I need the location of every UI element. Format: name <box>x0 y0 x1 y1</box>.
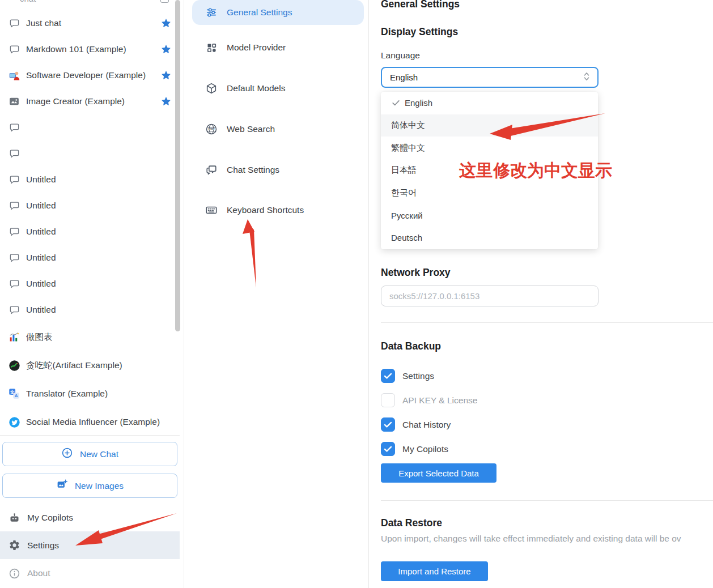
chat-list-item[interactable]: Markdown 101 (Example) <box>0 36 175 62</box>
chat-title: Social Media Influencer (Example) <box>26 417 172 427</box>
language-option-label: 한국어 <box>391 188 417 198</box>
checkbox[interactable] <box>381 442 395 456</box>
chat-list-item[interactable] <box>0 140 175 167</box>
chat-list-item[interactable] <box>0 114 175 140</box>
image-icon <box>8 95 20 108</box>
export-selected-data-button[interactable]: Export Selected Data <box>381 463 496 483</box>
settings-nav-item[interactable]: Keyboard Shortcuts <box>192 193 364 227</box>
backup-option-label: Chat History <box>402 420 451 430</box>
snake-icon <box>8 359 20 372</box>
import-and-restore-button[interactable]: Import and Restore <box>381 561 488 581</box>
chat-list-item[interactable]: 文A Translator (Example) <box>0 380 175 408</box>
check-icon <box>391 98 401 108</box>
checkbox[interactable] <box>381 417 395 432</box>
settings-nav-item[interactable]: Model Provider <box>192 35 364 60</box>
about-item[interactable]: About <box>0 559 180 587</box>
language-option-label: Русский <box>391 211 423 220</box>
chat-title: Untitled <box>26 253 172 263</box>
chat-icon <box>8 43 20 56</box>
language-option[interactable]: 简体中文 <box>381 114 598 137</box>
backup-option[interactable]: Chat History <box>381 412 608 437</box>
language-select[interactable]: English <box>381 67 599 88</box>
chat-title: Untitled <box>26 201 172 211</box>
chat-title: Untitled <box>26 279 172 289</box>
chat-icon <box>8 278 20 290</box>
settings-nav-item[interactable]: www Web Search <box>192 117 364 142</box>
chat-list-item[interactable]: Untitled <box>0 271 175 297</box>
backup-option[interactable]: API KEY & License <box>381 388 608 412</box>
robot-icon <box>8 512 20 524</box>
chat-list-item[interactable]: Untitled <box>0 219 175 245</box>
gear-icon <box>8 539 20 552</box>
language-option[interactable]: English <box>381 92 598 114</box>
sidebar-footer: New Chat New Images My Copilots Settings… <box>0 435 180 588</box>
settings-nav-item[interactable]: Default Models <box>192 76 364 101</box>
checkbox[interactable] <box>381 393 395 407</box>
chat-list-item[interactable]: Untitled <box>0 245 175 271</box>
chat-title: Untitled <box>26 227 172 237</box>
chat-list-item[interactable]: Untitled <box>0 193 175 219</box>
chat-title: Just chat <box>26 18 158 28</box>
settings-item[interactable]: Settings <box>0 531 180 559</box>
language-option-label: 繁體中文 <box>391 143 425 154</box>
new-chat-button[interactable]: New Chat <box>2 442 177 466</box>
sidebar-scrollbar[interactable] <box>175 0 180 331</box>
settings-nav-item[interactable]: Chat Settings <box>192 157 364 182</box>
backup-option-label: My Copilots <box>402 444 448 454</box>
cube-icon <box>205 82 218 95</box>
display-settings-heading: Display Settings <box>381 26 458 38</box>
star-icon[interactable] <box>160 96 172 107</box>
chat-list-item[interactable]: 贪吃蛇(Artifact Example) <box>0 351 175 380</box>
settings-nav-label: Keyboard Shortcuts <box>227 205 304 215</box>
language-option[interactable]: 繁體中文 <box>381 137 598 159</box>
star-icon[interactable] <box>160 18 172 29</box>
star-icon[interactable] <box>160 70 172 81</box>
network-proxy-input[interactable] <box>381 286 599 306</box>
chat-list-item[interactable]: Just chat <box>0 10 175 36</box>
chat-list-item[interactable]: Software Developer (Example) <box>0 62 175 88</box>
my-copilots-item[interactable]: My Copilots <box>0 505 180 531</box>
backup-option-label: Settings <box>402 371 434 381</box>
chat-title: Image Creator (Example) <box>26 96 158 106</box>
svg-text:A: A <box>15 394 18 399</box>
language-select-value: English <box>390 73 583 82</box>
chat-list-item[interactable]: Untitled <box>0 167 175 193</box>
chat-icon <box>8 121 20 134</box>
section-divider <box>381 322 713 323</box>
translator-icon: 文A <box>8 387 20 400</box>
chat-title: 贪吃蛇(Artifact Example) <box>26 360 172 372</box>
star-icon[interactable] <box>160 44 172 55</box>
image-plus-icon <box>56 479 68 493</box>
chat-list-item[interactable]: Untitled <box>0 297 175 323</box>
language-label: Language <box>381 50 420 61</box>
new-images-button[interactable]: New Images <box>2 474 177 498</box>
data-restore-note: Upon import, changes will take effect im… <box>381 534 713 544</box>
svg-text:www: www <box>207 127 214 130</box>
chat-list: Just chat Markdown 101 (Example) Softwar… <box>0 10 175 436</box>
chat-icon <box>8 252 20 264</box>
backup-option[interactable]: My Copilots <box>381 437 608 461</box>
cut-off-chat-label: chat <box>20 0 36 3</box>
settings-nav-item[interactable]: General Settings <box>192 0 364 25</box>
language-option[interactable]: Русский <box>381 204 598 227</box>
chat-list-item[interactable]: Image Creator (Example) <box>0 88 175 114</box>
chat-title: Untitled <box>26 174 172 185</box>
cut-off-icon <box>160 0 169 3</box>
chart-icon <box>8 331 20 343</box>
chat-list-item[interactable]: Social Media Influencer (Example) <box>0 408 175 436</box>
chatcog-icon <box>205 163 218 177</box>
general-settings-panel: General Settings Display Settings Langua… <box>370 0 713 588</box>
annotation-text: 这里修改为中文显示 <box>459 159 612 182</box>
language-option-label: Deutsch <box>391 233 422 242</box>
chat-title: 做图表 <box>26 331 172 343</box>
language-option[interactable]: Deutsch <box>381 227 598 249</box>
settings-nav-label: Default Models <box>227 83 285 93</box>
chat-icon <box>8 225 20 238</box>
chat-title: Translator (Example) <box>26 389 172 399</box>
chat-list-item[interactable]: 做图表 <box>0 323 175 351</box>
chat-title: Markdown 101 (Example) <box>26 44 158 54</box>
checkbox[interactable] <box>381 369 395 383</box>
language-option[interactable]: 한국어 <box>381 182 598 204</box>
backup-option-label: API KEY & License <box>402 395 477 406</box>
backup-option[interactable]: Settings <box>381 364 608 388</box>
